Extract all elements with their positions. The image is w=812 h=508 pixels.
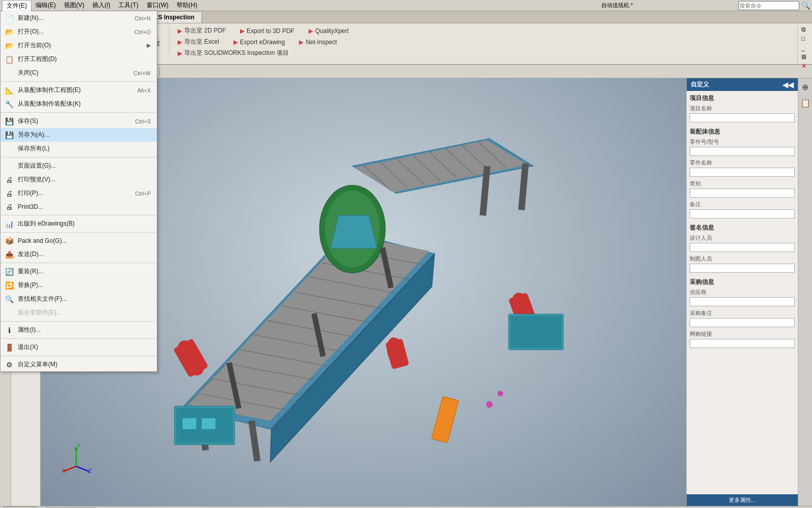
strip-icon-1[interactable]: ⊕ <box>801 80 809 94</box>
file-print-item[interactable]: 🖨 打印(P)... Ctrl+P <box>1 186 157 200</box>
file-exit-item[interactable]: 🚪 退出(X) <box>1 340 157 354</box>
menu-bar: 文件(E) 编辑(E) 视图(V) 插入(I) 工具(T) 窗口(W) 帮助(H… <box>2 0 201 11</box>
purchase-notes-field: 采购备注 <box>690 309 795 327</box>
ribbon-expand-group: ⧉ □ _ ⊞ ✕ <box>797 25 808 70</box>
file-customize-menu-item[interactable]: ⚙ 自定义菜单(M) <box>1 358 157 371</box>
file-send-item[interactable]: 📤 发送(D)... <box>1 247 157 261</box>
designer-label: 设计人员 <box>690 234 795 242</box>
designer-input[interactable] <box>690 243 795 252</box>
svg-line-55 <box>76 466 89 471</box>
file-customize-menu-icon: ⚙ <box>5 361 14 369</box>
file-pack-go-label: Pack and Go(G)... <box>18 237 151 244</box>
quality-xpert-button[interactable]: ▶ QualityXpert <box>307 25 351 36</box>
file-close-item[interactable]: 关闭(C) Ctrl+W <box>1 66 157 80</box>
file-from-assembly-drawing-item[interactable]: 📐 从装配体制作工程图(E) Alt+X <box>1 83 157 97</box>
net-inspect-button[interactable]: ▶ Net-Inspect <box>297 37 339 47</box>
window-menu-item[interactable]: 窗口(W) <box>143 0 173 11</box>
help-menu-item[interactable]: 帮助(H) <box>173 0 201 11</box>
export-excel-button[interactable]: ▶ 导出至 Excel <box>176 37 221 47</box>
strip-icon-2[interactable]: 📋 <box>799 96 811 110</box>
file-page-setup-item[interactable]: 页面设置(G)... <box>1 159 157 173</box>
file-sep-8 <box>1 338 157 339</box>
part-number-input[interactable] <box>690 147 795 156</box>
file-open-item[interactable]: 📂 打开(O)... Ctrl+O <box>1 25 157 39</box>
file-edrawings-item[interactable]: 📊 出版到 eDrawings(B) <box>1 217 157 231</box>
file-save-as-icon: 💾 <box>5 131 14 139</box>
app-title: 自动送线机 * <box>601 2 633 9</box>
file-replace-item[interactable]: 🔁 替换(P)... <box>1 278 157 292</box>
file-new-item[interactable]: 📄 新建(N)... Ctrl+N <box>1 11 157 25</box>
file-sep-5 <box>1 232 157 233</box>
view-menu-item[interactable]: 视图(V) <box>60 0 88 11</box>
file-find-refs-icon: 🔍 <box>5 295 14 303</box>
part-name-label: 零件名称 <box>690 159 795 167</box>
file-reload-label: 重装(R)... <box>18 267 151 276</box>
window-maximize-icon[interactable]: □ <box>800 35 808 43</box>
more-properties-button[interactable]: 更多属性... <box>687 494 798 506</box>
file-save-as-item[interactable]: 💾 另存为(A)... <box>1 128 157 142</box>
file-save-icon: 💾 <box>5 117 14 125</box>
search-input[interactable] <box>738 1 799 10</box>
purchase-notes-input[interactable] <box>690 318 795 327</box>
file-find-refs-label: 查找相关文件(F)... <box>18 295 151 303</box>
file-open-drawing-label: 打开工程图(D) <box>18 55 151 64</box>
file-sep-2 <box>1 112 157 113</box>
window-expand-icon[interactable]: ⊞ <box>800 53 808 61</box>
window-restore-icon[interactable]: ⧉ <box>800 25 808 34</box>
purchase-link-input[interactable] <box>690 339 795 348</box>
export-inspection-label: 导出至 SOLIDWORKS Inspection 项目 <box>184 49 289 57</box>
file-sep-9 <box>1 356 157 356</box>
export-3d-pdf-button[interactable]: ▶ Export to 3D PDF <box>238 25 296 36</box>
svg-rect-38 <box>202 418 216 429</box>
file-open-drawing-item[interactable]: 📋 打开工程图(D) <box>1 52 157 66</box>
quality-xpert-label: QualityXpert <box>315 27 349 35</box>
window-close-icon[interactable]: ✕ <box>800 62 808 70</box>
file-pack-go-item[interactable]: 📦 Pack and Go(G)... <box>1 234 157 247</box>
file-open-current-item[interactable]: 📂 打开当前(O) ▶ <box>1 39 157 52</box>
file-save-all-item[interactable]: 保存所有(L) <box>1 142 157 155</box>
axis-indicator: Y Z X <box>61 443 91 475</box>
search-icon[interactable]: 🔍 <box>801 2 810 10</box>
file-print3d-item[interactable]: 🖨 Print3D... <box>1 200 157 213</box>
file-find-refs-item[interactable]: 🔍 查找相关文件(F)... <box>1 292 157 306</box>
file-customize-menu-label: 自定义菜单(M) <box>18 360 151 369</box>
file-print3d-label: Print3D... <box>18 203 151 210</box>
file-menu-item[interactable]: 文件(E) <box>2 0 31 11</box>
file-properties-item[interactable]: ℹ 属性(I)... <box>1 323 157 337</box>
file-print-preview-item[interactable]: 🖨 打印预览(V)... <box>1 173 157 186</box>
export-3d-label: Export to 3D PDF <box>247 27 294 35</box>
file-open-shortcut: Ctrl+O <box>134 29 151 35</box>
file-from-assembly-label: 从装配体制作装配体(K) <box>18 100 151 108</box>
file-reload-item[interactable]: 🔄 重装(R)... <box>1 265 157 278</box>
export-inspection-button[interactable]: ▶ 导出至 SOLIDWORKS Inspection 项目 <box>176 48 291 58</box>
file-save-item[interactable]: 💾 保存(S) Ctrl+S <box>1 114 157 128</box>
file-from-assembly-icon: 🔧 <box>5 100 14 108</box>
file-derive-part-item: 派生零部件(E)... <box>1 306 157 320</box>
file-from-assembly-item[interactable]: 🔧 从装配体制作装配体(K) <box>1 97 157 111</box>
project-name-input[interactable] <box>690 113 795 122</box>
drafter-input[interactable] <box>690 264 795 273</box>
file-open-current-label: 打开当前(O) <box>18 41 143 50</box>
part-number-field: 零件号/型号 <box>690 138 795 156</box>
svg-marker-43 <box>330 215 377 248</box>
notes-input[interactable] <box>690 209 795 218</box>
right-panel-collapse-button[interactable]: ◀◀ <box>783 81 794 89</box>
export-edrawing-icon: ▶ <box>233 39 238 46</box>
part-name-input[interactable] <box>690 168 795 177</box>
file-menu-dropdown: 📄 新建(N)... Ctrl+N 📂 打开(O)... Ctrl+O 📂 打开… <box>0 11 157 372</box>
svg-text:Y: Y <box>77 443 81 449</box>
svg-rect-37 <box>183 418 196 429</box>
edit-menu-item[interactable]: 编辑(E) <box>31 0 60 11</box>
supplier-input[interactable] <box>690 297 795 306</box>
insert-menu-item[interactable]: 插入(I) <box>88 0 114 11</box>
project-name-field: 项目名称 <box>690 105 795 122</box>
export-edrawing-button[interactable]: ▶ Export eDrawing <box>231 37 287 47</box>
window-minimize-icon[interactable]: _ <box>800 44 808 52</box>
notes-label: 备注 <box>690 201 795 208</box>
file-print-preview-label: 打印预览(V)... <box>18 175 151 184</box>
export-2d-pdf-button[interactable]: ▶ 导出至 2D PDF <box>176 25 228 36</box>
signature-info-title: 签名信息 <box>690 224 795 232</box>
file-page-setup-label: 页面设置(G)... <box>18 162 151 170</box>
category-input[interactable] <box>690 188 795 198</box>
tools-menu-item[interactable]: 工具(T) <box>114 0 142 11</box>
